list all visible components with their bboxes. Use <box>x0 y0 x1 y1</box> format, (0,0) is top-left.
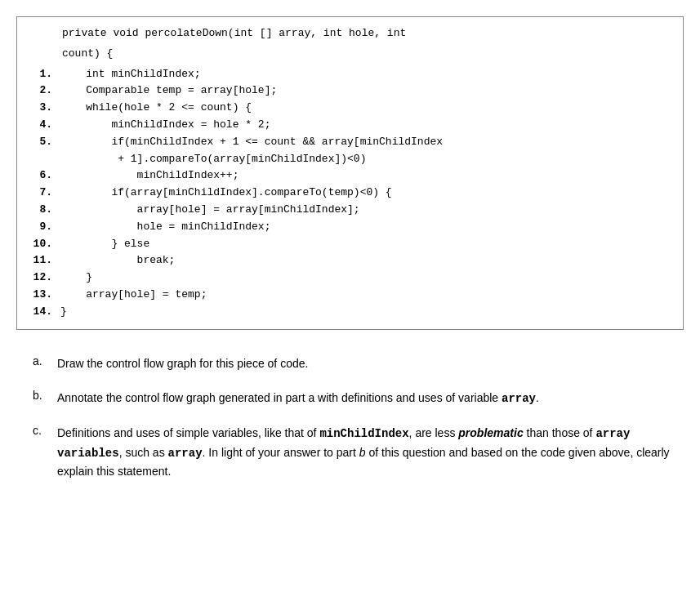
code-line: 5. if(minChildIndex + 1 <= count && arra… <box>29 134 671 151</box>
question-a-label: a. <box>33 354 57 367</box>
line-content: array[hole] = temp; <box>60 287 671 304</box>
line-number: 14. <box>29 304 60 321</box>
code-line: 2. Comparable temp = array[hole]; <box>29 82 671 100</box>
line-content: } <box>60 304 671 321</box>
code-line: 3. while(hole * 2 <= count) { <box>29 100 671 117</box>
line-content: while(hole * 2 <= count) { <box>60 100 671 117</box>
variable-minchildindex: minChildIndex <box>319 427 408 440</box>
code-lines: 1. int minChildIndex; 2. Comparable temp… <box>29 66 671 321</box>
line-number: 3. <box>29 100 60 117</box>
line-content: } <box>60 269 671 287</box>
line-number: 2. <box>29 82 60 100</box>
question-c-text: Definitions and uses of simple variables… <box>57 424 684 480</box>
line-content: hole = minChildIndex; <box>60 219 671 236</box>
line-content: Comparable temp = array[hole]; <box>60 82 671 100</box>
code-line: 14. } <box>29 304 671 321</box>
line-number: 5. <box>29 134 60 151</box>
line-content: minChildIndex++; <box>60 167 671 185</box>
line-number: 12. <box>29 269 60 287</box>
code-line: 1. int minChildIndex; <box>29 66 671 83</box>
line-content: break; <box>60 252 671 269</box>
code-line: 10. } else <box>29 236 671 253</box>
line-content: int minChildIndex; <box>60 66 671 83</box>
variable-array-b: array <box>502 392 536 405</box>
code-line: 8. array[hole] = array[minChildIndex]; <box>29 202 671 219</box>
question-b-label: b. <box>33 389 57 402</box>
line-number: 8. <box>29 202 60 219</box>
code-header-line2: count) { <box>29 46 671 63</box>
questions-section: a. Draw the control flow graph for this … <box>16 354 684 481</box>
part-b-reference: b <box>359 446 366 459</box>
code-line: 13. array[hole] = temp; <box>29 287 671 304</box>
line-content: } else <box>60 236 671 253</box>
word-problematic: problematic <box>458 426 523 439</box>
line-number: 13. <box>29 287 60 304</box>
code-block: private void percolateDown(int [] array,… <box>16 16 684 330</box>
code-line: 12. } <box>29 269 671 287</box>
line-number: 9. <box>29 219 60 236</box>
line-number: 6. <box>29 167 60 185</box>
variable-array-c: array <box>168 447 203 460</box>
line-content: array[hole] = array[minChildIndex]; <box>60 202 671 219</box>
question-a: a. Draw the control flow graph for this … <box>33 354 684 372</box>
code-line: 9. hole = minChildIndex; <box>29 219 671 236</box>
code-line: + 1].compareTo(array[minChildIndex])<0) <box>29 151 671 168</box>
question-a-text: Draw the control flow graph for this pie… <box>57 354 684 372</box>
question-b: b. Annotate the control flow graph gener… <box>33 389 684 407</box>
line-number: 7. <box>29 185 60 202</box>
question-c: c. Definitions and uses of simple variab… <box>33 424 684 480</box>
question-b-text: Annotate the control flow graph generate… <box>57 389 684 407</box>
line-content: if(minChildIndex + 1 <= count && array[m… <box>60 134 671 151</box>
code-header-line1: private void percolateDown(int [] array,… <box>29 25 671 42</box>
line-number: 10. <box>29 236 60 253</box>
code-line: 6. minChildIndex++; <box>29 167 671 185</box>
code-line: 7. if(array[minChildIndex].compareTo(tem… <box>29 185 671 202</box>
line-number: 1. <box>29 66 60 83</box>
code-line: 4. minChildIndex = hole * 2; <box>29 117 671 134</box>
line-content: + 1].compareTo(array[minChildIndex])<0) <box>60 151 671 168</box>
code-line: 11. break; <box>29 252 671 269</box>
question-c-label: c. <box>33 424 57 437</box>
line-number: 11. <box>29 252 60 269</box>
line-content: minChildIndex = hole * 2; <box>60 117 671 134</box>
line-content: if(array[minChildIndex].compareTo(temp)<… <box>60 185 671 202</box>
line-number: 4. <box>29 117 60 134</box>
